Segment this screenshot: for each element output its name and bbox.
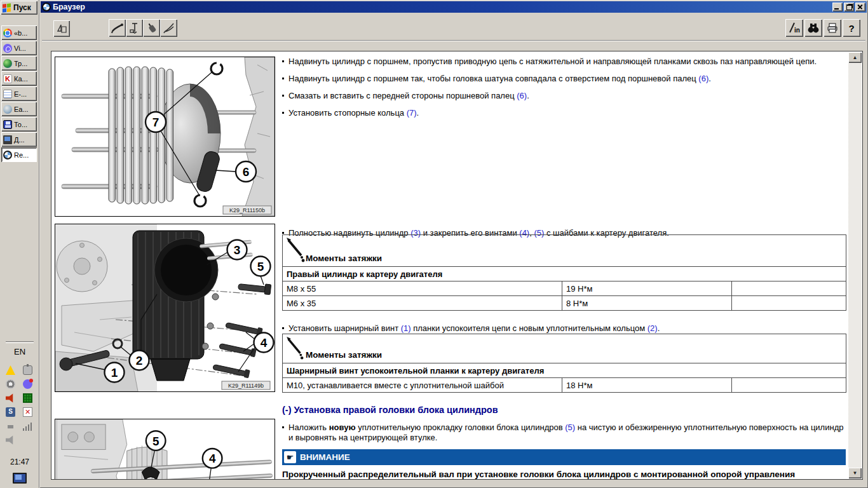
instruction-step: Установить стопорные кольца (7).	[282, 108, 846, 118]
bmw-app-icon	[42, 3, 51, 11]
part-ref-link[interactable]: (7)	[407, 108, 417, 118]
callout-5: 5	[251, 257, 271, 276]
taskbar-item-viber[interactable]: Vi...	[1, 41, 37, 55]
search-button[interactable]	[804, 19, 822, 37]
show-desktop-icon[interactable]	[13, 473, 27, 484]
tool-gauge-button[interactable]	[126, 19, 143, 37]
tool-sealant-button[interactable]	[143, 19, 160, 37]
bullet-icon	[282, 78, 284, 79]
tool-claw-button[interactable]	[160, 19, 177, 37]
bullet-icon	[282, 232, 284, 234]
title-bar: Браузер	[41, 1, 867, 13]
instruction-step: Смазать и вставить с передней стороны по…	[282, 91, 846, 101]
taskbar-item-browser[interactable]: «b...	[1, 25, 37, 40]
callout-1: 1	[105, 363, 125, 383]
taskbar-item-kaspersky[interactable]: Ка...	[1, 71, 37, 86]
browser-window: Браузер	[39, 0, 868, 488]
viber-tray-icon[interactable]	[23, 379, 32, 389]
floppy-icon	[3, 120, 12, 129]
document-area: 7 6 K29_R11150b	[51, 51, 863, 480]
part-ref-link[interactable]: (1)	[401, 323, 411, 333]
bolts-4-shape	[212, 321, 262, 379]
unit-conversion-button[interactable]: in	[785, 19, 803, 37]
display-icon	[3, 135, 12, 144]
part-ref-link[interactable]: (2)	[648, 323, 658, 333]
navigation-button[interactable]	[53, 20, 70, 37]
arrow-up-icon: ▲	[853, 55, 858, 60]
bullet-icon	[282, 112, 284, 114]
taskbar-item-tr[interactable]: Тр...	[1, 56, 37, 71]
power-plug-tray-icon[interactable]	[6, 421, 15, 431]
callout-7: 7	[146, 112, 166, 132]
svg-text:K29_R11149b: K29_R11149b	[228, 383, 264, 389]
taskbar-divider	[6, 341, 34, 343]
attention-banner: ☛ ВНИМАНИЕ	[282, 449, 846, 465]
taskbar-item-ea[interactable]: Еа...	[1, 102, 37, 116]
svg-text:K29_R11150b: K29_R11150b	[229, 207, 265, 214]
globe-icon	[3, 59, 12, 68]
part-ref-link[interactable]: (6)	[698, 74, 709, 83]
callout-2: 2	[130, 351, 149, 370]
sealant-tube-icon	[146, 22, 158, 34]
svg-text:6: 6	[243, 165, 250, 179]
callout-3: 3	[227, 240, 247, 260]
close-button[interactable]	[855, 3, 865, 11]
inch-pencil-icon: in	[787, 21, 801, 35]
volume-muted-tray-icon[interactable]	[6, 393, 15, 403]
circlip-top-shape	[211, 63, 222, 74]
swirl-tray-icon[interactable]	[6, 379, 15, 389]
top-steps: Надвинуть цилиндр с поршнем, пропустив п…	[282, 57, 846, 125]
torque-cell: M8 x 55	[283, 281, 562, 296]
wrench-tool-icon	[111, 22, 124, 34]
restore-button[interactable]	[844, 3, 854, 11]
warning-text: Прокрученный распределительный вал при у…	[282, 470, 795, 479]
taskbar-item-notepad[interactable]: Е-...	[1, 86, 37, 101]
sync-tray-icon[interactable]	[6, 407, 15, 417]
svg-text:1: 1	[111, 366, 118, 379]
torque-wrench-icon	[285, 237, 307, 264]
vertical-scrollbar[interactable]: ▲ ▼	[848, 52, 862, 478]
torque-section: Шарнирный винт успокоительной планки к к…	[283, 363, 846, 378]
scroll-down-button[interactable]: ▼	[848, 468, 862, 478]
torque-table-title: Моменты затяжки	[306, 254, 382, 263]
network-grid-tray-icon[interactable]	[23, 393, 32, 403]
torque-cell	[732, 296, 846, 311]
measuring-gauge-icon	[128, 22, 141, 34]
svg-text:7: 7	[153, 116, 159, 129]
claw-tool-icon	[163, 22, 175, 34]
transmitter-tray-icon[interactable]	[23, 365, 32, 375]
instruction-step: Наложить новую уплотнительную прокладку …	[282, 423, 846, 443]
print-button[interactable]	[824, 19, 841, 37]
start-button[interactable]: Пуск	[1, 1, 37, 15]
bullet-icon	[282, 95, 284, 97]
torque-cell: M6 x 35	[283, 296, 562, 311]
flag-error-tray-icon[interactable]	[23, 407, 32, 417]
signal-bars-tray-icon[interactable]	[23, 421, 32, 431]
tool-wrench-button[interactable]	[109, 19, 126, 37]
help-button[interactable]: ?	[843, 19, 860, 37]
taskbar-item-to[interactable]: То...	[1, 117, 37, 132]
figure-cylinder-piston[interactable]: 7 6 K29_R11150b	[55, 57, 275, 217]
scroll-up-button[interactable]: ▲	[848, 52, 862, 63]
svg-text:5: 5	[153, 435, 159, 448]
part-ref-link[interactable]: (6)	[517, 91, 527, 100]
taskbar-item-display[interactable]: Д...	[1, 132, 37, 147]
circlip-bottom-shape	[194, 195, 206, 207]
figure-cylinder-head[interactable]: 5 4	[55, 419, 275, 480]
torque-cell: 19 Н*м	[562, 281, 732, 296]
torque-cell: 18 Н*м	[562, 378, 732, 393]
figure-label: K29_R11149b	[222, 381, 270, 390]
svg-text:2: 2	[136, 354, 143, 367]
torque-cell: 8 Н*м	[562, 296, 732, 311]
warning-tray-icon[interactable]	[6, 365, 15, 375]
taskbar-item-reprom[interactable]: Re...	[1, 147, 37, 162]
help-icon: ?	[848, 23, 854, 34]
language-indicator[interactable]: EN	[0, 347, 39, 356]
figure-cylinder-bolts[interactable]: 3 5 4 2	[55, 224, 275, 392]
minimize-button[interactable]	[832, 3, 843, 11]
torque-section: Правый цилиндр к картеру двигателя	[283, 267, 846, 281]
speaker-tray-icon[interactable]	[6, 435, 15, 445]
part-ref-link[interactable]: (5)	[565, 423, 575, 432]
svg-text:4: 4	[209, 452, 216, 465]
torque-table-1: Моменты затяжки Правый цилиндр к картеру…	[282, 234, 846, 311]
